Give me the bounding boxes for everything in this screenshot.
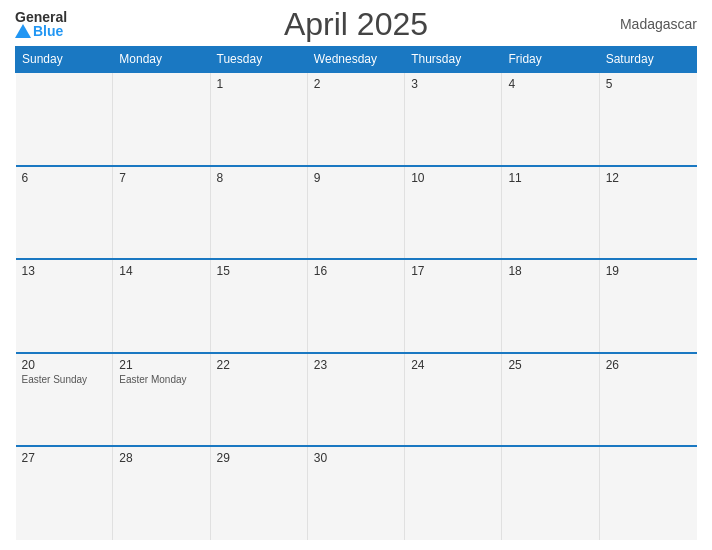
calendar-day-cell: [113, 72, 210, 166]
day-number: 10: [411, 171, 495, 185]
weekday-header-wednesday: Wednesday: [307, 47, 404, 73]
day-number: 11: [508, 171, 592, 185]
calendar-day-cell: 23: [307, 353, 404, 447]
day-number: 17: [411, 264, 495, 278]
day-number: 4: [508, 77, 592, 91]
calendar-day-cell: 29: [210, 446, 307, 540]
calendar-day-cell: 20Easter Sunday: [16, 353, 113, 447]
calendar-day-cell: 30: [307, 446, 404, 540]
logo: General Blue: [15, 10, 67, 38]
calendar-week-row: 6789101112: [16, 166, 697, 260]
day-number: 6: [22, 171, 107, 185]
calendar-day-cell: 13: [16, 259, 113, 353]
logo-blue-row: Blue: [15, 24, 63, 38]
day-event: Easter Sunday: [22, 374, 107, 385]
day-event: Easter Monday: [119, 374, 203, 385]
logo-general-text: General: [15, 10, 67, 24]
day-number: 21: [119, 358, 203, 372]
day-number: 27: [22, 451, 107, 465]
calendar-header-row: SundayMondayTuesdayWednesdayThursdayFrid…: [16, 47, 697, 73]
day-number: 24: [411, 358, 495, 372]
calendar-day-cell: 10: [405, 166, 502, 260]
calendar-day-cell: 28: [113, 446, 210, 540]
day-number: 5: [606, 77, 691, 91]
weekday-header-saturday: Saturday: [599, 47, 696, 73]
day-number: 1: [217, 77, 301, 91]
calendar-week-row: 20Easter Sunday21Easter Monday2223242526: [16, 353, 697, 447]
calendar-day-cell: 15: [210, 259, 307, 353]
calendar-week-row: 27282930: [16, 446, 697, 540]
calendar-day-cell: 11: [502, 166, 599, 260]
day-number: 2: [314, 77, 398, 91]
day-number: 8: [217, 171, 301, 185]
day-number: 9: [314, 171, 398, 185]
calendar-day-cell: 24: [405, 353, 502, 447]
day-number: 15: [217, 264, 301, 278]
calendar-day-cell: 8: [210, 166, 307, 260]
day-number: 13: [22, 264, 107, 278]
calendar-day-cell: 21Easter Monday: [113, 353, 210, 447]
weekday-header-tuesday: Tuesday: [210, 47, 307, 73]
day-number: 3: [411, 77, 495, 91]
calendar-day-cell: 12: [599, 166, 696, 260]
calendar-header: General Blue April 2025 Madagascar: [15, 10, 697, 38]
day-number: 22: [217, 358, 301, 372]
day-number: 23: [314, 358, 398, 372]
weekday-header-thursday: Thursday: [405, 47, 502, 73]
calendar-week-row: 12345: [16, 72, 697, 166]
calendar-day-cell: 18: [502, 259, 599, 353]
day-number: 20: [22, 358, 107, 372]
logo-blue-text: Blue: [33, 24, 63, 38]
weekday-header-friday: Friday: [502, 47, 599, 73]
calendar-day-cell: 27: [16, 446, 113, 540]
calendar-day-cell: 4: [502, 72, 599, 166]
day-number: 19: [606, 264, 691, 278]
day-number: 25: [508, 358, 592, 372]
calendar-title: April 2025: [284, 6, 428, 43]
calendar-day-cell: 19: [599, 259, 696, 353]
calendar-day-cell: [405, 446, 502, 540]
day-number: 14: [119, 264, 203, 278]
weekday-header-monday: Monday: [113, 47, 210, 73]
calendar-day-cell: 16: [307, 259, 404, 353]
calendar-table: SundayMondayTuesdayWednesdayThursdayFrid…: [15, 46, 697, 540]
day-number: 16: [314, 264, 398, 278]
calendar-day-cell: 3: [405, 72, 502, 166]
day-number: 7: [119, 171, 203, 185]
calendar-day-cell: 22: [210, 353, 307, 447]
calendar-day-cell: 26: [599, 353, 696, 447]
day-number: 18: [508, 264, 592, 278]
day-number: 12: [606, 171, 691, 185]
calendar-day-cell: [16, 72, 113, 166]
calendar-day-cell: 1: [210, 72, 307, 166]
logo-triangle-icon: [15, 24, 31, 38]
calendar-day-cell: 14: [113, 259, 210, 353]
calendar-day-cell: 5: [599, 72, 696, 166]
calendar-day-cell: 9: [307, 166, 404, 260]
day-number: 28: [119, 451, 203, 465]
day-number: 29: [217, 451, 301, 465]
calendar-day-cell: 6: [16, 166, 113, 260]
calendar-day-cell: [599, 446, 696, 540]
calendar-week-row: 13141516171819: [16, 259, 697, 353]
calendar-day-cell: 2: [307, 72, 404, 166]
calendar-day-cell: 25: [502, 353, 599, 447]
calendar-day-cell: [502, 446, 599, 540]
calendar-day-cell: 7: [113, 166, 210, 260]
weekday-header-sunday: Sunday: [16, 47, 113, 73]
day-number: 30: [314, 451, 398, 465]
day-number: 26: [606, 358, 691, 372]
country-label: Madagascar: [620, 16, 697, 32]
calendar-day-cell: 17: [405, 259, 502, 353]
